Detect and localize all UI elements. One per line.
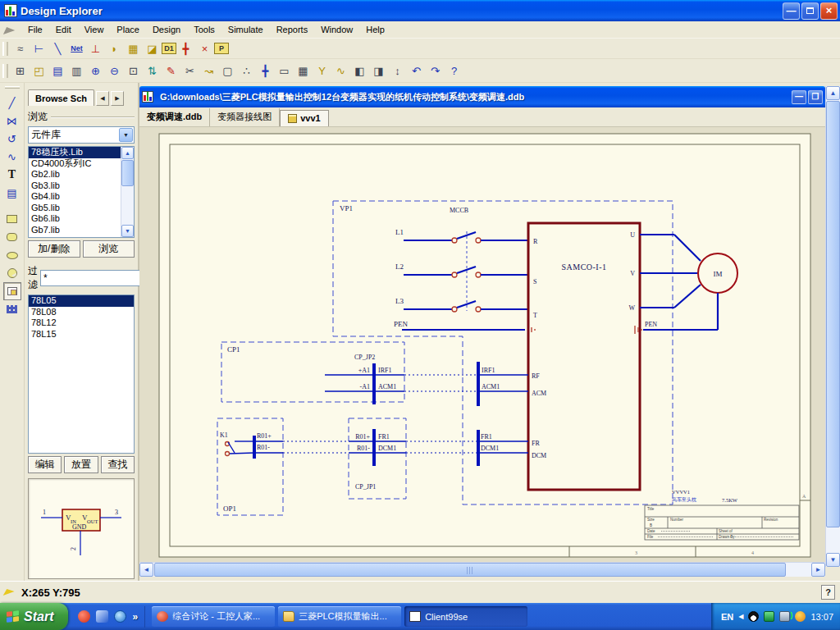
library-list[interactable]: ▲ ▼ 78稳压块.LibCD4000系列ICGb2.libGb3.libGb4…: [28, 146, 135, 238]
library-button[interactable]: ◧: [350, 62, 369, 80]
task-button[interactable]: Client99se: [404, 606, 527, 627]
scroll-down-icon[interactable]: ▼: [121, 225, 134, 237]
scroll-right-icon[interactable]: ►: [811, 563, 825, 577]
matrix-button[interactable]: ▦: [294, 62, 313, 80]
browse-library-button[interactable]: ◨: [369, 62, 388, 80]
component-list-item[interactable]: 78L15: [29, 329, 134, 340]
vertical-scrollbar[interactable]: ▲ ▼: [825, 86, 840, 567]
menu-item[interactable]: Edit: [49, 22, 78, 37]
tray-notification-icon[interactable]: [795, 611, 806, 622]
move-button[interactable]: ╋: [256, 62, 275, 80]
schematic-canvas[interactable]: A 3 4 VP1 CP1 OP1: [139, 127, 825, 562]
document-minimize-button[interactable]: —: [792, 90, 806, 104]
pie-chart-tool[interactable]: [3, 264, 21, 282]
quick-launch-ie-icon[interactable]: [96, 610, 108, 623]
line-tool[interactable]: ╱: [3, 94, 21, 112]
tray-network-icon[interactable]: [779, 611, 790, 622]
scrollbar-thumb[interactable]: [121, 160, 134, 186]
task-button[interactable]: 三菱PLC模拟量输出...: [278, 606, 401, 627]
signal-button[interactable]: ∿: [331, 62, 350, 80]
library-list-item[interactable]: 78稳压块.Lib: [29, 147, 121, 158]
find-component-button[interactable]: 查找: [101, 456, 135, 473]
text-frame-tool[interactable]: ▤: [3, 184, 21, 202]
net-label-tool[interactable]: Net: [67, 40, 86, 57]
tab-browse-sch[interactable]: Browse Sch: [28, 89, 94, 106]
scroll-left-icon[interactable]: ◄: [139, 563, 153, 577]
no-erc-tool[interactable]: ×: [195, 40, 214, 57]
menu-item[interactable]: File: [21, 22, 49, 37]
ellipse-tool[interactable]: [3, 246, 21, 264]
quick-launch-media-icon[interactable]: [78, 610, 90, 623]
draw-button[interactable]: ↝: [199, 62, 218, 80]
menu-item[interactable]: Window: [314, 22, 359, 37]
library-list-scrollbar[interactable]: ▲ ▼: [121, 147, 134, 237]
update-button[interactable]: ⇅: [143, 62, 162, 80]
bus-entry-tool[interactable]: ╲: [48, 40, 67, 57]
system-menu-icon[interactable]: [3, 25, 18, 34]
restore-button[interactable]: [801, 2, 819, 20]
component-list-item[interactable]: 78L12: [29, 317, 134, 329]
toolbar-grip[interactable]: [2, 64, 8, 78]
horizontal-scrollbar[interactable]: ◄ ►: [139, 562, 825, 577]
array-paste-tool[interactable]: [3, 300, 21, 318]
tray-qq-icon[interactable]: [748, 611, 759, 622]
menu-item[interactable]: Help: [359, 22, 391, 37]
menu-item[interactable]: Tools: [187, 22, 221, 37]
component-list[interactable]: 78L0578L0878L1278L15: [28, 294, 135, 454]
scrollbar-thumb[interactable]: [826, 101, 840, 527]
polygon-tool[interactable]: ⋈: [3, 112, 21, 130]
text-tool[interactable]: T: [3, 166, 21, 184]
menu-item[interactable]: Place: [110, 22, 146, 37]
context-help-button[interactable]: ?: [821, 585, 835, 600]
wand-button[interactable]: ✎: [162, 62, 180, 80]
scroll-down-icon[interactable]: ▼: [826, 553, 840, 567]
panel-next-button[interactable]: ▶: [111, 91, 124, 106]
scrollbar-thumb[interactable]: [154, 563, 786, 577]
bezier-tool[interactable]: ∿: [3, 148, 21, 166]
wire-tool[interactable]: ≈: [11, 40, 30, 57]
part-tool[interactable]: ◗: [105, 40, 124, 57]
chevron-down-icon[interactable]: ▼: [119, 128, 133, 142]
close-button[interactable]: ×: [820, 2, 838, 20]
component-list-item[interactable]: 78L05: [29, 295, 134, 307]
library-list-item[interactable]: Gb2.lib: [29, 169, 121, 180]
scroll-up-icon[interactable]: ▲: [121, 147, 134, 159]
open-button[interactable]: ◰: [30, 62, 48, 80]
power-port-tool[interactable]: ⊥: [86, 40, 105, 57]
deselect-button[interactable]: ∴: [237, 62, 256, 80]
panel-prev-button[interactable]: ◀: [96, 91, 109, 106]
filter-button[interactable]: Y: [313, 62, 331, 80]
document-tab[interactable]: 变频器接线图: [210, 108, 280, 126]
bus-tool[interactable]: ⊢: [30, 40, 48, 57]
document-tab[interactable]: vvv1: [280, 110, 328, 126]
start-button[interactable]: Start: [0, 603, 68, 630]
library-type-combo[interactable]: 元件库 ▼: [28, 126, 135, 144]
zoom-window-button[interactable]: ⊡: [124, 62, 143, 80]
document-restore-button[interactable]: ❒: [808, 90, 823, 104]
select-button[interactable]: ▢: [218, 62, 237, 80]
sheet-entry-tool[interactable]: ◪: [143, 40, 162, 57]
place-component-button[interactable]: 放置: [64, 456, 98, 473]
explorer-toggle-button[interactable]: ⊞: [11, 62, 30, 80]
quick-launch-globe-icon[interactable]: [114, 610, 126, 623]
undo-button[interactable]: ↶: [407, 62, 426, 80]
pcb-directive-tool[interactable]: P: [214, 43, 229, 54]
library-list-item[interactable]: Gb7.lib: [29, 225, 121, 236]
rounded-rectangle-tool[interactable]: [3, 228, 21, 246]
cut-button[interactable]: ✂: [180, 62, 199, 80]
help-button[interactable]: ?: [445, 62, 463, 80]
arc-tool[interactable]: ↺: [3, 130, 21, 148]
library-list-item[interactable]: CD4000系列IC: [29, 158, 121, 170]
quick-launch-overflow-chevron[interactable]: »: [132, 611, 138, 623]
save-button[interactable]: ▤: [48, 62, 67, 80]
minimize-button[interactable]: —: [783, 2, 800, 20]
task-button[interactable]: 综合讨论 - 工控人家...: [152, 606, 275, 627]
edit-component-button[interactable]: 编辑: [28, 456, 62, 473]
document-tab[interactable]: 变频调速.ddb: [139, 108, 210, 126]
toolbar-grip[interactable]: [5, 86, 20, 89]
menu-item[interactable]: Simulate: [221, 22, 270, 37]
graphic-tool[interactable]: [3, 282, 21, 300]
toolbar-grip[interactable]: [2, 42, 8, 56]
junction-tool[interactable]: ╋: [176, 40, 195, 57]
library-list-item[interactable]: Gb4.lib: [29, 191, 121, 203]
